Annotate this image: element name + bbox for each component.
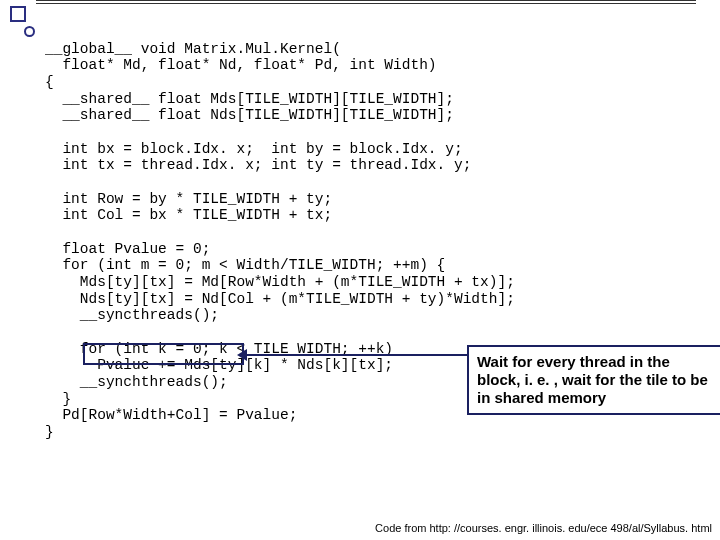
code-line: for (int m = 0; m < Width/TILE_WIDTH; ++… xyxy=(45,257,445,273)
code-line: int Col = bx * TILE_WIDTH + tx; xyxy=(45,207,332,223)
callout-text: Wait for every thread in the block, i. e… xyxy=(477,353,708,406)
code-line: int tx = thread.Idx. x; int ty = thread.… xyxy=(45,157,471,173)
code-line: } xyxy=(45,391,71,407)
code-line: float* Md, float* Nd, float* Pd, int Wid… xyxy=(45,57,437,73)
callout-box: Wait for every thread in the block, i. e… xyxy=(467,345,720,415)
code-line: __shared__ float Nds[TILE_WIDTH][TILE_WI… xyxy=(45,107,454,123)
horizontal-rule xyxy=(36,0,696,4)
code-line: __synchthreads(); xyxy=(45,374,228,390)
code-line: int Row = by * TILE_WIDTH + ty; xyxy=(45,191,332,207)
code-block: __global__ void Matrix.Mul.Kernel( float… xyxy=(45,24,515,441)
square-bullet-icon xyxy=(10,6,26,22)
code-line: } xyxy=(45,424,54,440)
code-line: { xyxy=(45,74,54,90)
source-attribution: Code from http: //courses. engr. illinoi… xyxy=(375,522,712,534)
code-line: __syncthreads(); xyxy=(45,307,219,323)
code-line: Pd[Row*Width+Col] = Pvalue; xyxy=(45,407,297,423)
code-line: Mds[ty][tx] = Md[Row*Width + (m*TILE_WID… xyxy=(45,274,515,290)
code-line: __global__ void Matrix.Mul.Kernel( xyxy=(45,41,341,57)
code-line: __shared__ float Mds[TILE_WIDTH][TILE_WI… xyxy=(45,91,454,107)
code-line: int bx = block.Idx. x; int by = block.Id… xyxy=(45,141,463,157)
code-line: Nds[ty][tx] = Nd[Col + (m*TILE_WIDTH + t… xyxy=(45,291,515,307)
circle-bullet-icon xyxy=(24,26,35,37)
code-line: float Pvalue = 0; xyxy=(45,241,210,257)
callout-arrow-head-icon xyxy=(237,349,247,361)
code-line: Pvalue += Mds[ty][k] * Nds[k][tx]; xyxy=(45,357,393,373)
bullet-decor xyxy=(10,6,35,37)
callout-arrow-line xyxy=(243,354,467,356)
